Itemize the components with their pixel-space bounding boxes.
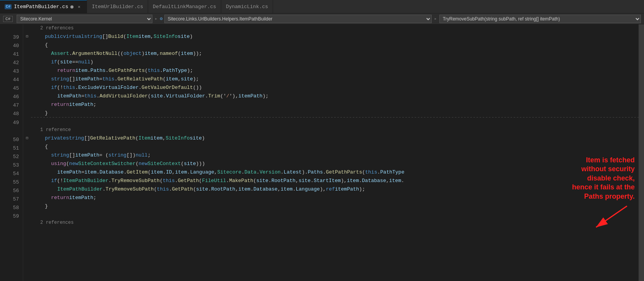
code-line[interactable]: ItemPathBuilder.TryRemoveSubPath(this.Ge…	[31, 185, 639, 193]
code-token: null	[78, 59, 90, 65]
reference-label: 2 references	[31, 219, 639, 227]
code-token: ,	[178, 76, 181, 82]
code-token: )	[190, 34, 193, 39]
fold-area: ⊟⊟	[23, 24, 31, 281]
code-token: .	[293, 186, 296, 192]
code-line[interactable]: public virtual string[] Build(Item item,…	[31, 32, 639, 41]
code-area[interactable]: 2 referencespublic virtual string[] Buil…	[31, 24, 639, 281]
code-token: ,	[162, 135, 166, 141]
namespace-select[interactable]: Sitecore.Kernel	[17, 15, 152, 23]
code-token: {	[45, 42, 48, 48]
line-number: 44	[0, 75, 23, 84]
code-token: .	[124, 169, 127, 175]
code-line[interactable]	[31, 210, 639, 219]
code-token: (	[66, 161, 69, 167]
code-token: string	[66, 135, 84, 141]
tab-modified-dot	[70, 5, 73, 9]
code-token: private	[45, 135, 66, 141]
tab-item-pathbuilder[interactable]: C# ItemPathBuilder.cs ✕	[0, 0, 87, 13]
code-token: .	[323, 169, 326, 175]
code-token: itemPath	[335, 186, 359, 192]
fold-indicator	[23, 83, 31, 92]
breadcrumb-icon: ⚙	[160, 16, 162, 22]
code-token: public	[45, 34, 63, 39]
line-number: 48	[0, 109, 23, 118]
code-token: ,	[150, 34, 154, 39]
code-token: Assert	[51, 51, 69, 56]
code-token: ,	[278, 186, 281, 192]
code-token: Database	[253, 186, 277, 192]
code-token: virtual	[63, 34, 84, 39]
code-line[interactable]: private string[] GetRelativePath(Item it…	[31, 134, 639, 142]
vertical-scrollbar[interactable]	[639, 24, 644, 281]
code-token: Data	[244, 169, 256, 175]
code-token: ));	[193, 51, 202, 56]
code-token: (	[135, 135, 138, 141]
tab-label: ItemPathBuilder.cs	[14, 4, 68, 10]
code-token: (	[199, 178, 202, 184]
code-line[interactable]	[31, 118, 639, 126]
line-number: 56	[0, 186, 23, 195]
code-token: item	[84, 169, 96, 175]
code-line[interactable]: }	[31, 109, 639, 117]
code-token: Language	[296, 186, 320, 192]
code-line[interactable]: if (!this.ExcludeVirtualFolder.GetValueO…	[31, 83, 639, 92]
code-token: );	[193, 76, 199, 82]
code-token: itemPath	[69, 195, 93, 201]
code-line[interactable]: if (site == null)	[31, 58, 639, 66]
tab-label: DefaultLinkManager.cs	[153, 4, 216, 10]
code-line[interactable]: return item.Paths.GetPathParts(this.Path…	[31, 66, 639, 75]
code-token: .	[69, 51, 72, 56]
code-line[interactable]: if (!ItemPathBuilder.TryRemoveSubPath(th…	[31, 176, 639, 185]
tab-item-urlbuilder[interactable]: ItemUrlBuilder.cs	[87, 0, 148, 13]
class-select[interactable]: Sitecore.Links.UrlBuilders.Helpers.ItemP…	[164, 15, 432, 23]
code-line[interactable]: string[] itemPath = this.GetRelativePath…	[31, 75, 639, 83]
code-token: ).	[302, 169, 308, 175]
code-token: ItemPathBuilder	[57, 186, 102, 192]
code-line[interactable]: return itemPath;	[31, 100, 639, 109]
line-number: 46	[0, 92, 23, 101]
code-token: (	[181, 161, 184, 167]
fold-indicator[interactable]: ⊟	[23, 32, 31, 41]
code-line[interactable]: Assert.ArgumentNotNull((object) item, na…	[31, 49, 639, 58]
code-token: ,	[296, 178, 299, 184]
code-token: (	[57, 59, 60, 65]
code-token: .	[241, 169, 244, 175]
code-token: this	[63, 85, 75, 90]
code-token: {	[45, 144, 48, 150]
code-token: .	[114, 76, 118, 82]
code-token: '),	[229, 93, 238, 99]
code-token: TryRemoveSubPath	[111, 178, 160, 184]
code-token: AddVirtualFolder	[99, 93, 148, 99]
code-token: )	[90, 59, 93, 65]
code-token: .	[138, 85, 142, 90]
code-line[interactable]: itemPath = item.Database.GetItem(item.ID…	[31, 168, 639, 176]
code-line[interactable]: return itemPath;	[31, 193, 639, 202]
code-token: /	[226, 93, 229, 99]
code-token: nameof	[160, 51, 178, 56]
namespace-badge: C#	[3, 16, 13, 22]
code-token: ((	[118, 51, 124, 56]
code-token: PathType	[380, 169, 404, 175]
tab-dynamic-link[interactable]: DynamicLink.cs	[221, 0, 273, 13]
code-token: ),	[320, 186, 326, 192]
code-token: site	[151, 93, 163, 99]
tab-close-button[interactable]: ✕	[76, 4, 82, 10]
code-token: item	[389, 178, 401, 184]
method-select[interactable]: TryRemoveSubPath(string subPath, ref str…	[439, 15, 641, 23]
code-line[interactable]: {	[31, 41, 639, 49]
code-line[interactable]: string[] itemPath = (string[]) null;	[31, 151, 639, 159]
code-token: )	[202, 135, 205, 141]
fold-indicator[interactable]: ⊟	[23, 134, 31, 142]
code-token: GetPathParts	[326, 169, 362, 175]
code-token: Item	[126, 34, 138, 39]
tab-default-link-manager[interactable]: DefaultLinkManager.cs	[148, 0, 221, 13]
code-line[interactable]: using (new SiteContextSwitcher(new SiteC…	[31, 159, 639, 168]
line-number: 59	[0, 212, 23, 220]
code-token: ExcludeVirtualFolder	[78, 85, 138, 90]
code-token: .	[96, 93, 99, 99]
code-line[interactable]: }	[31, 202, 639, 210]
code-token: =	[81, 169, 84, 175]
code-line[interactable]: itemPath = this.AddVirtualFolder(site.Vi…	[31, 92, 639, 100]
code-line[interactable]: {	[31, 142, 639, 151]
